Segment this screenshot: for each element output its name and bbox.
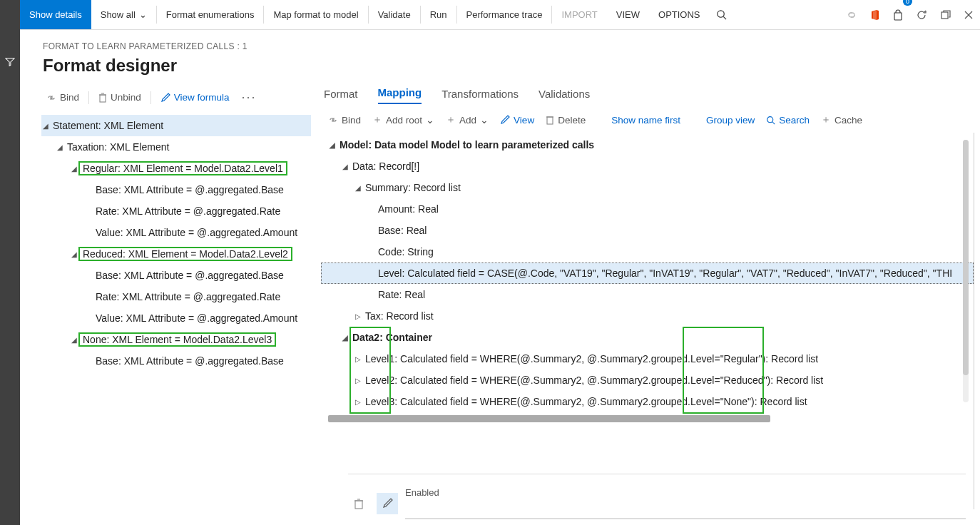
enabled-label: Enabled [405, 487, 966, 498]
tree-row-data[interactable]: ◢Data: Record[!] [321, 156, 974, 177]
enabled-field[interactable] [405, 518, 966, 519]
vertical-scrollbar[interactable] [963, 140, 969, 402]
refresh-icon [916, 9, 927, 21]
search-icon [766, 116, 775, 125]
link-icon [846, 10, 857, 20]
tree-row[interactable]: Base: XML Attribute = @.aggregated.Base [41, 179, 311, 200]
format-action-bar: Bind Unbind View formula ··· [41, 86, 311, 112]
tab-format[interactable]: Format [324, 88, 358, 104]
app-rail [0, 0, 20, 525]
more-actions[interactable]: ··· [238, 90, 261, 105]
tree-row[interactable]: Rate: Real [321, 284, 974, 305]
tree-row[interactable]: Base: Real [321, 220, 974, 241]
group-view-button[interactable]: Group view [702, 113, 759, 128]
pencil-icon [160, 93, 170, 103]
tab-mapping[interactable]: Mapping [378, 86, 422, 104]
show-details-button[interactable]: Show details [20, 0, 91, 29]
svg-rect-8 [547, 117, 553, 124]
tree-row[interactable]: Value: XML Attribute = @.aggregated.Amou… [41, 307, 311, 329]
mapping-pane: Format Mapping Transformations Validatio… [312, 81, 980, 509]
search-button[interactable] [710, 0, 733, 29]
validate-button[interactable]: Validate [369, 0, 420, 29]
delete-button[interactable]: Delete [541, 113, 590, 128]
bind-button[interactable]: Bind [41, 90, 84, 105]
popout-button[interactable] [934, 0, 957, 29]
map-format-to-model-button[interactable]: Map format to model [264, 0, 367, 29]
tree-row[interactable]: Code: String [321, 241, 974, 262]
tree-row-model[interactable]: ◢Model: Data model Model to learn parame… [321, 134, 974, 156]
show-name-first-button[interactable]: Show name first [607, 113, 685, 128]
tree-row[interactable]: Base: XML Attribute = @.aggregated.Base [41, 265, 311, 286]
bind-button[interactable]: Bind [324, 113, 365, 128]
model-tree: ◢Model: Data model Model to learn parame… [321, 133, 974, 509]
attachments-button[interactable] [839, 0, 864, 29]
show-all-button[interactable]: Show all⌄ [91, 0, 156, 29]
close-button[interactable] [957, 0, 980, 29]
view-button[interactable]: View [496, 113, 539, 128]
svg-line-11 [772, 121, 775, 123]
tree-row-level3[interactable]: ▷Level3: Calculated field = WHERE(@.Summ… [321, 391, 974, 412]
search-icon [716, 9, 727, 20]
run-button[interactable]: Run [421, 0, 456, 29]
search-button[interactable]: Search [762, 113, 814, 128]
tree-row[interactable]: Value: XML Attribute = @.aggregated.Amou… [41, 222, 311, 243]
chevron-down-icon: ⌄ [139, 9, 147, 20]
tree-row-data2[interactable]: ◢Data2: Container [321, 327, 974, 348]
tree-row-level[interactable]: Level: Calculated field = CASE(@.Code, "… [321, 262, 974, 284]
link-icon [46, 93, 56, 102]
performance-trace-button[interactable]: Performance trace [457, 0, 552, 29]
header: FORMAT TO LEARN PARAMETERIZED CALLS : 1 … [20, 30, 980, 81]
tree-row-none[interactable]: ◢None: XML Element = Model.Data2.Level3 [41, 329, 311, 350]
add-button[interactable]: ＋Add⌄ [441, 111, 493, 128]
tree-row[interactable]: Base: XML Attribute = @.aggregated.Base [41, 350, 311, 372]
tree-row-level1[interactable]: ▷Level1: Calculated field = WHERE(@.Summ… [321, 348, 974, 369]
tree-row-taxation[interactable]: ◢Taxation: XML Element [41, 136, 311, 158]
trash-icon [546, 115, 554, 125]
svg-point-10 [767, 116, 773, 122]
close-icon [964, 10, 974, 20]
tree-row-tax[interactable]: ▷Tax: Record list [321, 305, 974, 327]
trash-icon [354, 498, 364, 509]
plus-icon: ＋ [446, 113, 456, 126]
tree-row-reduced[interactable]: ◢Reduced: XML Element = Model.Data2.Leve… [41, 243, 311, 265]
import-button: IMPORT [552, 0, 606, 29]
tab-transformations[interactable]: Transformations [441, 88, 519, 104]
refresh-button[interactable] [909, 0, 934, 29]
tree-row-level2[interactable]: ▷Level2: Calculated field = WHERE(@.Summ… [321, 369, 974, 391]
add-root-button[interactable]: ＋Add root⌄ [368, 111, 439, 128]
tabs: Format Mapping Transformations Validatio… [321, 81, 977, 104]
tree-row[interactable]: Rate: XML Attribute = @.aggregated.Rate [41, 286, 311, 307]
popout-icon [940, 9, 951, 20]
horizontal-scrollbar[interactable] [321, 414, 974, 424]
cache-button[interactable]: ＋Cache [817, 111, 867, 128]
tree-row-statement[interactable]: ◢Statement: XML Element [41, 115, 311, 136]
svg-rect-12 [355, 501, 362, 509]
svg-point-0 [717, 11, 723, 17]
office-button[interactable] [864, 0, 887, 29]
svg-line-1 [723, 16, 726, 19]
bottom-panel: Enabled [348, 474, 966, 518]
mapping-action-bar: Bind ＋Add root⌄ ＋Add⌄ View Delete Show n… [321, 104, 977, 133]
tree-row-regular[interactable]: ◢Regular: XML Element = Model.Data2.Leve… [41, 158, 311, 179]
edit-property-button[interactable] [377, 493, 398, 514]
notifications-button[interactable]: 0 [887, 0, 909, 29]
tree-row[interactable]: Rate: XML Attribute = @.aggregated.Rate [41, 200, 311, 222]
tab-validations[interactable]: Validations [539, 88, 590, 104]
delete-property-button[interactable] [348, 493, 369, 514]
unbind-button[interactable]: Unbind [93, 90, 146, 105]
svg-rect-5 [100, 95, 106, 102]
view-menu[interactable]: VIEW [607, 0, 649, 29]
office-icon [870, 9, 880, 21]
format-tree-pane: Bind Unbind View formula ··· ◢Statement:… [20, 81, 312, 509]
svg-rect-2 [941, 12, 948, 19]
breadcrumb: FORMAT TO LEARN PARAMETERIZED CALLS : 1 [43, 41, 957, 51]
tree-row[interactable]: Amount: Real [321, 198, 974, 220]
plus-icon: ＋ [372, 113, 382, 126]
filter-icon[interactable] [5, 57, 15, 525]
bag-icon [893, 9, 903, 21]
trash-icon [98, 93, 107, 103]
options-menu[interactable]: OPTIONS [649, 0, 710, 29]
tree-row-summary[interactable]: ◢Summary: Record list [321, 177, 974, 198]
view-formula-button[interactable]: View formula [155, 90, 235, 105]
format-enumerations-button[interactable]: Format enumerations [157, 0, 264, 29]
